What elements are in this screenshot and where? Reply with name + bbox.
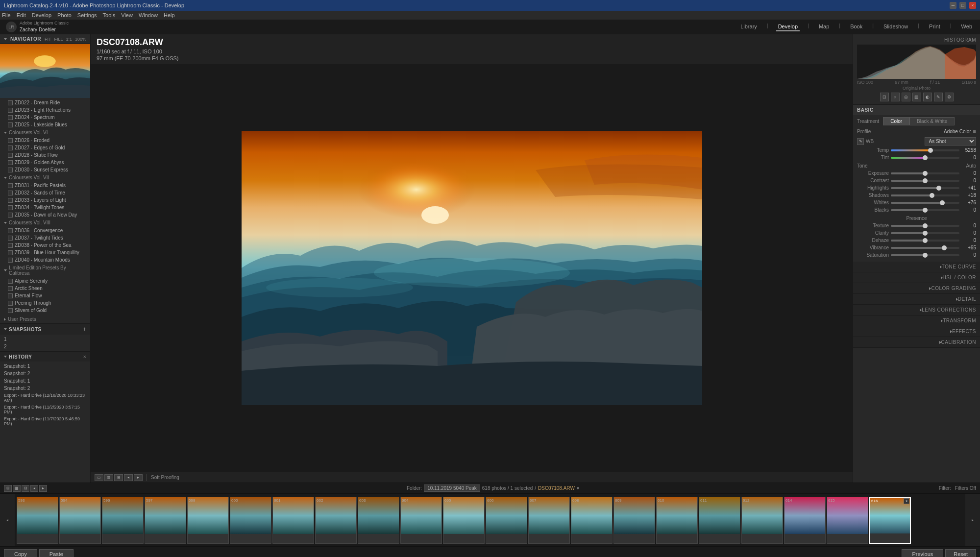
saturation-slider[interactable]	[891, 254, 959, 256]
menu-file[interactable]: File	[2, 12, 11, 18]
maximize-btn[interactable]: □	[959, 2, 966, 9]
view-nav-forward[interactable]: ▸	[134, 474, 143, 481]
preset-item[interactable]: ZD040 - Mountain Moods	[0, 256, 90, 264]
snapshot-item-1[interactable]: 1	[0, 336, 90, 343]
effects-section[interactable]: Effects	[853, 326, 980, 337]
film-thumb-604[interactable]: 604	[400, 497, 442, 544]
dehaze-slider[interactable]	[891, 240, 959, 242]
contrast-slider[interactable]	[891, 180, 959, 182]
film-thumb-594[interactable]: 594	[59, 497, 101, 544]
preset-item[interactable]: ZD034 - Twilight Tones	[0, 204, 90, 211]
radial-filter[interactable]: ◐	[923, 93, 932, 101]
snapshot-item-2[interactable]: 2	[0, 343, 90, 350]
status-icon-4[interactable]: ◂	[30, 485, 38, 492]
history-item[interactable]: Export - Hard Drive (12/18/2020 10:33:23…	[0, 392, 90, 404]
texture-slider[interactable]	[891, 225, 959, 227]
film-thumb-609[interactable]: 609	[613, 497, 655, 544]
preset-item[interactable]: ZD024 - Spectrum	[0, 114, 90, 121]
user-presets-header[interactable]: User Presets	[0, 315, 90, 323]
dehaze-thumb[interactable]	[923, 238, 928, 243]
nav-develop[interactable]: Develop	[776, 23, 800, 31]
film-thumb-607[interactable]: 607	[528, 497, 570, 544]
status-icon-5[interactable]: ▸	[39, 485, 47, 492]
shadows-thumb[interactable]	[930, 193, 934, 198]
reset-button[interactable]: Reset	[945, 549, 976, 557]
shadows-slider[interactable]	[891, 194, 959, 196]
grad-filter[interactable]: ▨	[912, 93, 921, 101]
filmstrip-right-controls[interactable]: ▸	[965, 494, 980, 546]
film-thumb-616-active[interactable]: 616 ★	[869, 497, 911, 544]
settings-icon[interactable]: ⚙	[945, 93, 954, 101]
copy-button[interactable]: Copy	[4, 549, 37, 557]
temp-thumb[interactable]	[928, 148, 933, 153]
blacks-slider[interactable]	[891, 209, 959, 211]
history-section-header[interactable]: History ×	[0, 351, 90, 362]
preset-group-limited[interactable]: Limited Edition Presets By Calibresa	[0, 264, 90, 277]
menu-edit[interactable]: Edit	[17, 12, 26, 18]
blacks-thumb[interactable]	[923, 208, 928, 213]
preset-item[interactable]: ZD035 - Dawn of a New Day	[0, 211, 90, 218]
wb-dropper-tool[interactable]: ✎	[857, 138, 864, 145]
menu-window[interactable]: Window	[139, 12, 158, 18]
tint-slider[interactable]	[891, 157, 959, 159]
film-thumb-615[interactable]: 615	[827, 497, 868, 544]
whites-slider[interactable]	[891, 202, 959, 204]
folder-path[interactable]: 10.11.2019 5040 Peak	[424, 484, 480, 492]
basic-section-header[interactable]: Basic	[853, 105, 980, 115]
preset-item[interactable]: ZD037 - Twilight Tides	[0, 234, 90, 242]
tone-curve-section[interactable]: Tone Curve	[853, 262, 980, 272]
auto-tone-btn[interactable]: Auto	[961, 163, 976, 169]
transform-section[interactable]: Transform	[853, 315, 980, 326]
detail-section[interactable]: Detail	[853, 294, 980, 305]
contrast-thumb[interactable]	[923, 178, 928, 183]
filmstrip-left-controls[interactable]: ◂	[0, 494, 15, 546]
film-thumb-612[interactable]: 612	[741, 497, 783, 544]
image-area[interactable]	[91, 64, 853, 472]
spot-tool[interactable]: ○	[891, 93, 900, 101]
film-thumb-598[interactable]: 598	[187, 497, 229, 544]
film-thumb-597[interactable]: 597	[145, 497, 186, 544]
profile-browse-icon[interactable]: ≡	[973, 128, 976, 134]
history-item[interactable]: Export - Hard Drive (11/2/2020 3:57:15 P…	[0, 404, 90, 415]
exposure-slider[interactable]	[891, 172, 959, 174]
brush-tool[interactable]: ✎	[934, 93, 943, 101]
nav-fill[interactable]: FILL	[54, 37, 63, 42]
preset-item[interactable]: Slivers of Gold	[0, 307, 90, 314]
view-nav-back[interactable]: ◂	[124, 474, 133, 481]
film-thumb-602[interactable]: 602	[315, 497, 357, 544]
status-icon-1[interactable]: ⊞	[4, 485, 12, 492]
texture-thumb[interactable]	[923, 223, 928, 228]
preset-item[interactable]: ZD025 - Lakeside Blues	[0, 121, 90, 128]
film-thumb-606[interactable]: 606	[486, 497, 527, 544]
calibration-section[interactable]: Calibration	[853, 337, 980, 348]
preset-group-colorsets8[interactable]: Coloursets Vol. VIII	[0, 218, 90, 227]
history-item[interactable]: Snapshot: 2	[0, 385, 90, 392]
status-icon-3[interactable]: ⊟	[22, 485, 29, 492]
vibrance-thumb[interactable]	[942, 245, 947, 250]
temp-slider[interactable]	[891, 149, 959, 151]
treatment-color[interactable]: Color	[883, 117, 909, 125]
history-item[interactable]: Snapshot: 1	[0, 363, 90, 370]
preset-item[interactable]: ZD031 - Pacific Pastels	[0, 182, 90, 189]
menu-tools[interactable]: Tools	[103, 12, 116, 18]
preset-item[interactable]: ZD027 - Edges of Gold	[0, 144, 90, 151]
film-thumb-608[interactable]: 608	[571, 497, 612, 544]
redeye-tool[interactable]: ◎	[902, 93, 910, 101]
highlights-slider[interactable]	[891, 187, 959, 189]
film-thumb-611[interactable]: 611	[699, 497, 740, 544]
close-btn[interactable]: ×	[969, 2, 976, 9]
preset-item[interactable]: ZD038 - Power of the Sea	[0, 242, 90, 249]
navigator-header[interactable]: Navigator FIT FILL 1:1 100%	[0, 34, 90, 44]
preset-item[interactable]: ZD023 - Light Refractions	[0, 106, 90, 114]
soft-proofing-toggle[interactable]: Soft Proofing	[151, 475, 179, 480]
film-thumb-603[interactable]: 603	[358, 497, 399, 544]
whites-thumb[interactable]	[940, 200, 945, 205]
view-mode-normal[interactable]: ▭	[95, 474, 103, 481]
vibrance-slider[interactable]	[891, 247, 959, 249]
preset-item[interactable]: ZD033 - Layers of Light	[0, 196, 90, 204]
preset-item[interactable]: Eternal Flow	[0, 292, 90, 299]
film-thumb-593[interactable]: 593	[17, 497, 58, 544]
nav-print[interactable]: Print	[927, 23, 942, 31]
nav-1to1[interactable]: 1:1	[66, 37, 72, 42]
film-thumb-600[interactable]: 600	[230, 497, 271, 544]
